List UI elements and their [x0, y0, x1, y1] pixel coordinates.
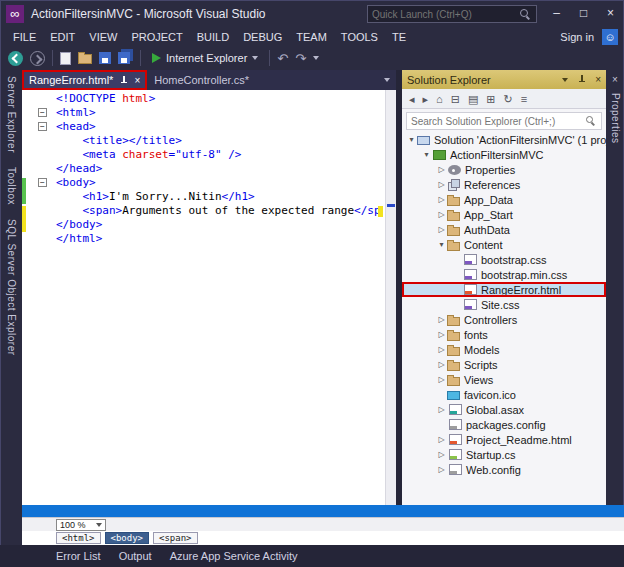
- breadcrumb-html[interactable]: <html>: [56, 532, 101, 544]
- navigate-forward-icon[interactable]: [30, 51, 45, 66]
- menu-item-edit[interactable]: EDIT: [43, 31, 82, 43]
- close-icon[interactable]: ×: [612, 74, 618, 85]
- toolbar-options-chevron-icon[interactable]: [313, 56, 319, 60]
- collapsed-arrow-icon[interactable]: ▷: [436, 330, 447, 339]
- tree-item-project-readme-html[interactable]: ▷Project_Readme.html: [402, 432, 606, 447]
- bottom-tab-error-list[interactable]: Error List: [56, 550, 101, 562]
- active-files-chevron-icon[interactable]: [384, 78, 390, 82]
- save-all-icon[interactable]: [118, 52, 130, 64]
- tree-item-authdata[interactable]: ▷AuthData: [402, 222, 606, 237]
- collapse-toggle-icon[interactable]: −: [38, 122, 47, 131]
- collapsed-arrow-icon[interactable]: ▷: [436, 180, 447, 189]
- quick-launch[interactable]: [367, 5, 537, 23]
- solution-explorer-header[interactable]: Solution Explorer ×: [402, 70, 606, 89]
- code-editor[interactable]: <!DOCTYPE html>−<html>−<head> <title></t…: [22, 90, 396, 505]
- collapsed-arrow-icon[interactable]: ▷: [436, 210, 447, 219]
- solution-search-input[interactable]: [407, 116, 586, 127]
- properties-page-icon[interactable]: ▤: [468, 93, 478, 105]
- properties-tab[interactable]: Properties: [610, 93, 621, 144]
- collapsed-arrow-icon[interactable]: ▷: [436, 450, 447, 459]
- collapsed-arrow-icon[interactable]: ▷: [436, 405, 447, 414]
- feedback-icon[interactable]: ☺: [602, 29, 618, 45]
- tree-item-global-asax[interactable]: ▷Global.asax: [402, 402, 606, 417]
- left-tab-server-explorer[interactable]: Server Explorer: [6, 76, 17, 153]
- collapsed-arrow-icon[interactable]: ▷: [436, 225, 447, 234]
- tree-item-rangeerror-html[interactable]: ▷RangeError.html: [402, 282, 606, 297]
- left-tab-sql-server-object-explorer[interactable]: SQL Server Object Explorer: [6, 219, 17, 356]
- breadcrumb-span[interactable]: <span>: [153, 532, 198, 544]
- close-icon[interactable]: ×: [134, 75, 140, 86]
- home-icon[interactable]: ⌂: [436, 93, 443, 105]
- tree-item-content[interactable]: ▾Content: [402, 237, 606, 252]
- tree-item-controllers[interactable]: ▷Controllers: [402, 312, 606, 327]
- zoom-dropdown[interactable]: 100 %: [56, 519, 106, 531]
- expanded-arrow-icon[interactable]: ▾: [406, 135, 417, 144]
- navigate-forward-icon[interactable]: ▸: [423, 93, 429, 105]
- quick-launch-input[interactable]: [368, 9, 520, 20]
- collapsed-arrow-icon[interactable]: ▷: [436, 165, 447, 174]
- collapse-all-icon[interactable]: ⊟: [451, 93, 460, 105]
- minimize-button[interactable]: –: [543, 0, 570, 28]
- breadcrumb-body[interactable]: <body>: [105, 532, 150, 544]
- open-file-icon[interactable]: [78, 54, 92, 64]
- new-file-icon[interactable]: [60, 52, 71, 65]
- solution-search-box[interactable]: [406, 112, 602, 130]
- tree-item-fonts[interactable]: ▷fonts: [402, 327, 606, 342]
- expanded-arrow-icon[interactable]: ▾: [421, 150, 432, 159]
- tree-item-site-css[interactable]: ▷Site.css: [402, 297, 606, 312]
- navigate-backward-icon[interactable]: [8, 51, 23, 66]
- left-tab-toolbox[interactable]: Toolbox: [6, 167, 17, 205]
- undo-icon[interactable]: ↶: [277, 52, 288, 65]
- tree-item-bootstrap-min-css[interactable]: ▷bootstrap.min.css: [402, 267, 606, 282]
- doc-tab-rangeerror-html[interactable]: RangeError.html*×: [22, 70, 147, 90]
- tree-item-solution-actionfiltersinmvc-1-proj[interactable]: ▾Solution 'ActionFiltersinMVC' (1 proj: [402, 132, 606, 147]
- restore-button[interactable]: □: [570, 0, 597, 28]
- window-position-chevron-icon[interactable]: [562, 78, 568, 82]
- save-icon[interactable]: [99, 52, 111, 64]
- tree-item-favicon-ico[interactable]: ▷favicon.ico: [402, 387, 606, 402]
- tree-item-startup-cs[interactable]: ▷Startup.cs: [402, 447, 606, 462]
- show-all-files-icon[interactable]: ⊞: [486, 93, 495, 105]
- menu-item-file[interactable]: FILE: [6, 31, 43, 43]
- menu-item-tools[interactable]: TOOLS: [334, 31, 385, 43]
- close-panel-icon[interactable]: ×: [595, 74, 601, 85]
- tree-item-app-start[interactable]: ▷App_Start: [402, 207, 606, 222]
- tree-item-references[interactable]: ▷References: [402, 177, 606, 192]
- collapsed-arrow-icon[interactable]: ▷: [436, 435, 447, 444]
- collapse-toggle-icon[interactable]: −: [38, 108, 47, 117]
- sign-in-link[interactable]: Sign in: [560, 31, 594, 43]
- redo-icon[interactable]: ↷: [295, 52, 306, 65]
- start-debugging-button[interactable]: Internet Explorer: [148, 52, 262, 64]
- tree-item-models[interactable]: ▷Models: [402, 342, 606, 357]
- collapsed-arrow-icon[interactable]: ▷: [436, 345, 447, 354]
- tree-item-packages-config[interactable]: ▷packages.config: [402, 417, 606, 432]
- doc-tab-homecontroller-cs[interactable]: HomeController.cs*: [147, 70, 256, 90]
- collapsed-arrow-icon[interactable]: ▷: [436, 195, 447, 204]
- collapsed-arrow-icon[interactable]: ▷: [436, 360, 447, 369]
- tree-item-scripts[interactable]: ▷Scripts: [402, 357, 606, 372]
- collapsed-arrow-icon[interactable]: ▷: [436, 315, 447, 324]
- menu-item-debug[interactable]: DEBUG: [236, 31, 289, 43]
- refresh-icon[interactable]: ↻: [504, 93, 513, 105]
- tree-item-actionfiltersinmvc[interactable]: ▾ActionFiltersinMVC: [402, 147, 606, 162]
- pin-icon[interactable]: [578, 74, 586, 85]
- tree-item-web-config[interactable]: ▷Web.config: [402, 462, 606, 477]
- tree-item-views[interactable]: ▷Views: [402, 372, 606, 387]
- chevron-down-icon[interactable]: [252, 56, 258, 60]
- sync-with-active-document-icon[interactable]: ≡: [521, 93, 527, 105]
- bottom-tab-azure-app-service-activity[interactable]: Azure App Service Activity: [170, 550, 298, 562]
- collapsed-arrow-icon[interactable]: ▷: [436, 465, 447, 474]
- menu-item-team[interactable]: TEAM: [289, 31, 334, 43]
- menu-item-build[interactable]: BUILD: [190, 31, 236, 43]
- tree-item-app-data[interactable]: ▷App_Data: [402, 192, 606, 207]
- close-button[interactable]: ×: [597, 0, 624, 28]
- tree-item-bootstrap-css[interactable]: ▷bootstrap.css: [402, 252, 606, 267]
- expanded-arrow-icon[interactable]: ▾: [436, 240, 447, 249]
- editor-vertical-scrollbar[interactable]: [385, 90, 396, 505]
- menu-item-view[interactable]: VIEW: [82, 31, 124, 43]
- menu-item-te[interactable]: TE: [385, 31, 413, 43]
- collapse-toggle-icon[interactable]: −: [38, 178, 47, 187]
- navigate-back-icon[interactable]: ◂: [409, 93, 415, 105]
- menu-item-project[interactable]: PROJECT: [124, 31, 189, 43]
- bottom-tab-output[interactable]: Output: [119, 550, 152, 562]
